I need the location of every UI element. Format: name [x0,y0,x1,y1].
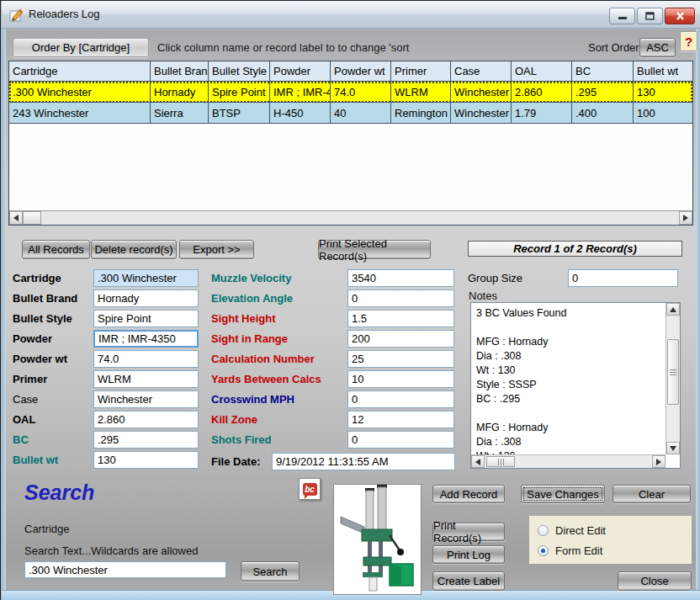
cell-primer[interactable]: WLRM [391,82,451,103]
field-label-elevation-angle[interactable]: Elevation Angle [211,289,293,307]
notes-textarea[interactable]: 3 BC Values Found MFG : Hornady Dia : .3… [471,303,666,454]
field-label-oal[interactable]: OAL [13,411,35,428]
column-header-cartridge[interactable]: Cartridge [9,61,151,82]
scroll-right-icon[interactable] [652,455,666,468]
crosswind-mph-field[interactable] [347,390,454,408]
cell-powder[interactable]: H-450 [270,103,331,124]
print-selected-records-button[interactable]: Print Selected Record(s) [318,240,431,259]
scroll-up-icon[interactable] [666,303,680,316]
minimize-button[interactable] [609,8,635,24]
bc-field[interactable] [93,431,199,449]
notes-horizontal-scrollbar[interactable] [471,454,666,468]
bullet-brand-field[interactable] [93,289,199,307]
field-label-crosswind-mph[interactable]: Crosswind MPH [211,390,294,408]
bullet-style-field[interactable] [93,310,199,327]
column-header-case[interactable]: Case [451,61,512,82]
field-label-bullet-brand[interactable]: Bullet Brand [13,289,77,307]
field-label-cartridge[interactable]: Cartridge [13,269,61,287]
column-header-powder[interactable]: Powder [270,61,331,82]
field-label-bc[interactable]: BC [13,431,29,449]
yards-between-calcs-field[interactable] [347,370,454,388]
help-button[interactable]: ? [680,31,697,51]
field-label-case[interactable]: Case [13,390,38,408]
scroll-right-icon[interactable] [679,211,692,225]
elevation-angle-field[interactable] [347,289,454,307]
scrollbar-thumb[interactable] [667,339,679,405]
calculation-number-field[interactable] [347,350,454,368]
column-header-bullet-wt[interactable]: Bullet wt [634,61,692,82]
scrollbar-thumb[interactable] [23,211,41,225]
sight-height-field[interactable] [347,310,454,327]
case-field[interactable] [93,390,199,408]
column-header-powder-wt[interactable]: Powder wt [331,61,391,82]
field-label-group-size[interactable]: Group Size [468,269,522,287]
field-label-muzzle-velocity[interactable]: Muzzle Velocity [211,269,291,287]
powder-field[interactable] [93,330,199,348]
column-header-primer[interactable]: Primer [391,61,451,82]
radio-off-icon[interactable] [538,525,549,536]
cell-cartridge[interactable]: 243 Winchester [9,103,151,124]
radio-on-icon[interactable] [538,545,549,556]
scroll-left-icon[interactable] [471,455,485,468]
scroll-left-icon[interactable] [9,211,23,225]
cell-bc[interactable]: .400 [572,103,634,124]
add-record-button[interactable]: Add Record [432,485,505,503]
field-label-bullet-style[interactable]: Bullet Style [13,310,72,327]
search-input[interactable] [24,561,226,578]
scrollbar-thumb[interactable] [486,456,515,467]
column-header-bc[interactable]: BC [572,61,634,82]
all-records-button[interactable]: All Records [22,240,90,259]
scroll-down-icon[interactable] [666,442,680,454]
field-label-sight-in-range[interactable]: Sight in Range [211,330,288,348]
cartridge-field[interactable] [93,269,199,287]
cell-bullet-wt[interactable]: 100 [634,103,692,124]
table-row-selected[interactable]: .300 Winchester Hornady Spire Point IMR … [9,82,692,103]
scrollbar-track[interactable] [666,405,680,442]
cell-case[interactable]: Winchester [451,82,512,103]
cell-bc[interactable]: .295 [572,82,634,103]
cell-bullet-style[interactable]: Spire Point [209,82,270,103]
muzzle-velocity-field[interactable] [347,269,454,287]
sort-order-toggle-button[interactable]: ASC [639,38,676,57]
column-header-bullet-style[interactable]: Bullet Style [209,61,270,82]
bullet-wt-field[interactable] [93,451,199,469]
create-label-button[interactable]: Create Label [432,571,505,591]
bc-lookup-button[interactable]: bc [299,478,321,500]
kill-zone-field[interactable] [347,411,454,428]
cell-case[interactable]: Winchester [451,103,512,124]
direct-edit-radio[interactable]: Direct Edit [538,524,606,537]
export-button[interactable]: Export >> [179,240,254,259]
scrollbar-track[interactable] [515,455,652,468]
notes-vertical-scrollbar[interactable] [666,303,680,454]
cell-powder[interactable]: IMR ; IMR-4: [270,82,331,103]
field-label-powder-wt[interactable]: Powder wt [13,350,67,368]
cell-primer[interactable]: Remington L [391,103,451,124]
oal-field[interactable] [93,411,199,428]
print-records-button[interactable]: Print Record(s) [432,523,505,541]
scrollbar-track[interactable] [41,211,679,225]
print-log-button[interactable]: Print Log [432,545,505,564]
search-button[interactable]: Search [241,561,300,581]
field-label-bullet-wt[interactable]: Bullet wt [13,451,58,469]
field-label-primer[interactable]: Primer [13,370,47,388]
close-button[interactable]: Close [618,571,692,591]
column-header-bullet-brand[interactable]: Bullet Branc [151,61,209,82]
form-edit-radio[interactable]: Form Edit [538,544,602,557]
save-changes-button[interactable]: Save Changes [521,485,605,503]
order-by-button[interactable]: Order By [Cartridge] [13,38,149,57]
cell-bullet-brand[interactable]: Sierra [151,103,209,124]
field-label-kill-zone[interactable]: Kill Zone [211,411,257,428]
primer-field[interactable] [93,370,199,388]
maximize-button[interactable] [637,8,663,24]
cell-oal[interactable]: 2.860 [512,82,572,103]
cell-bullet-wt[interactable]: 130 [634,82,692,103]
field-label-sight-height[interactable]: Sight Height [211,310,276,327]
clear-button[interactable]: Clear [612,485,691,503]
sight-in-range-field[interactable] [347,330,454,348]
delete-records-button[interactable]: Delete record(s) [91,240,177,259]
cell-powder-wt[interactable]: 74.0 [331,82,391,103]
file-date-field[interactable] [272,453,455,470]
table-row[interactable]: 243 Winchester Sierra BTSP H-450 40 Remi… [9,103,692,124]
shots-fired-field[interactable] [347,431,454,449]
column-header-oal[interactable]: OAL [512,61,572,82]
